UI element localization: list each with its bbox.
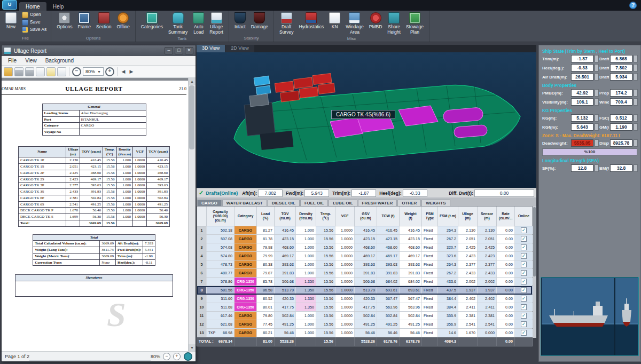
tank-tab-weights[interactable]: WEIGHTS xyxy=(421,200,450,206)
ribbon-button-hydrostatics[interactable]: Hydrostatics xyxy=(296,11,326,30)
tank-tab-cargo[interactable]: CARGO xyxy=(197,200,222,206)
table-row-1[interactable]: 1502.18CARGO81.27416.451.00015.561.00004… xyxy=(197,226,532,235)
grid-col-header-2[interactable]: Category xyxy=(234,207,257,226)
grid-col-header-14[interactable]: Sensor (m) xyxy=(478,207,497,226)
spin-button[interactable] xyxy=(595,55,599,62)
table-row-3[interactable]: 3574.08CARGO79.98468.601.00015.561.00004… xyxy=(197,243,532,252)
ribbon-button-tank-summary[interactable]: TankSummary xyxy=(166,11,190,36)
zoom-out-button[interactable]: − xyxy=(163,353,170,360)
spin-button[interactable] xyxy=(634,89,638,97)
ribbon-button-windage-area[interactable]: WindageArea xyxy=(343,11,366,36)
ribbon-button-save[interactable]: Save xyxy=(20,19,48,26)
grid-col-header-10[interactable]: Weight (t) xyxy=(400,207,422,226)
grid-col-header-1[interactable]: Capacity (%98.00) (cu.m) xyxy=(207,207,234,226)
table-row-2[interactable]: 2507.08CARGO81.78423.151.00015.561.00004… xyxy=(197,235,532,243)
ribbon-button-offline[interactable]: Offline xyxy=(114,11,132,30)
grid-scrollbar[interactable] xyxy=(533,206,536,338)
tank-tab-water-ballast[interactable]: WATER BALLAST xyxy=(222,200,267,206)
zoom-select[interactable]: 80% ▼ xyxy=(83,67,104,76)
spin-button[interactable] xyxy=(634,64,638,72)
spin-button[interactable] xyxy=(595,139,599,147)
online-checkbox[interactable]: ✓ xyxy=(521,296,527,302)
email-icon[interactable] xyxy=(46,67,56,76)
ribbon-button-stowage-plan[interactable]: StowagePlan xyxy=(403,11,426,36)
ribbon-button-shore-height[interactable]: ShoreHeight xyxy=(385,11,403,36)
ribbon-button-auto-load[interactable]: AutoLoad xyxy=(190,11,207,36)
online-checkbox[interactable]: ✓ xyxy=(521,330,527,336)
online-checkbox[interactable]: ✓ xyxy=(521,262,527,267)
ribbon-button-kn[interactable]: KN xyxy=(326,11,343,30)
scroll-up-icon[interactable]: ▲ xyxy=(189,78,196,85)
online-checkbox[interactable]: ✓ xyxy=(521,270,527,276)
ribbon-button-pmbd[interactable]: PMBD xyxy=(366,11,385,30)
prev-page-icon[interactable]: ◀ xyxy=(120,68,127,76)
tank-tab-fuel-oil[interactable]: FUEL OIL xyxy=(300,200,328,206)
spin-button[interactable] xyxy=(595,164,599,172)
floating-action-button[interactable] xyxy=(184,352,192,361)
grid-col-header-0[interactable] xyxy=(197,207,207,226)
ribbon-button-options[interactable]: Options xyxy=(54,11,75,30)
grid-scrollbar-thumb[interactable] xyxy=(533,207,536,276)
table-row-13[interactable]: 13TKP68.98CARGO80.2156.461.00015.561.000… xyxy=(197,329,532,337)
spin-button[interactable] xyxy=(634,114,638,122)
app-tab-help[interactable]: Help xyxy=(46,2,71,11)
online-checkbox[interactable]: ✓ xyxy=(521,304,527,310)
online-checkbox[interactable]: ✓ xyxy=(521,227,527,233)
online-checkbox[interactable]: ✓ xyxy=(521,244,527,250)
spin-button[interactable] xyxy=(595,114,599,122)
ribbon-button-ullage-report[interactable]: UllageReport xyxy=(207,11,226,36)
menu-background[interactable]: Background xyxy=(41,57,78,64)
menu-view[interactable]: View xyxy=(21,57,41,64)
table-row-7[interactable]: 7578.86CRG-135085.78506.681.35015.561.00… xyxy=(197,278,532,286)
grid-col-header-5[interactable]: Density (t/cu.m) xyxy=(296,207,316,226)
spin-button[interactable] xyxy=(595,123,599,131)
tank-tab-fresh-water[interactable]: FRESH WATER xyxy=(358,200,397,206)
ribbon-button-categories[interactable]: Categories xyxy=(138,11,166,30)
table-row-4[interactable]: 4574.80CARGO79.99469.171.00015.561.00004… xyxy=(197,252,532,260)
online-checkbox[interactable]: ✓ xyxy=(521,279,527,284)
online-checkbox[interactable]: ✓ xyxy=(521,313,527,319)
ribbon-button-frame[interactable]: Frame xyxy=(75,11,93,30)
export-icon[interactable] xyxy=(36,67,45,76)
view-tab-2d-view[interactable]: 2D View xyxy=(225,45,254,52)
table-row-11[interactable]: 11617.46CARGO79.80502.841.00015.561.0000… xyxy=(197,312,532,320)
ribbon-button-section[interactable]: Section xyxy=(93,11,114,30)
spin-button[interactable] xyxy=(634,73,638,81)
grid-col-header-9[interactable]: TCW (t) xyxy=(377,207,400,226)
table-row-8[interactable]: 8581.56CRG-135086.58513.791.35015.561.00… xyxy=(197,286,532,295)
view-tab-3d-view[interactable]: 3D View xyxy=(197,45,225,52)
spin-button[interactable] xyxy=(634,123,638,131)
spin-button[interactable] xyxy=(595,73,599,81)
next-page-icon[interactable]: ▶ xyxy=(128,68,135,76)
zoom-in-button[interactable]: + xyxy=(173,353,181,360)
spin-button[interactable] xyxy=(634,164,638,172)
spin-button[interactable] xyxy=(595,89,599,97)
grid-col-header-7[interactable]: VCF xyxy=(335,207,355,226)
ribbon-button-damage[interactable]: Damage xyxy=(248,11,271,30)
zoom-out-icon[interactable]: − xyxy=(72,67,81,76)
quick-print-icon[interactable] xyxy=(25,67,34,76)
online-checkbox[interactable]: ✓ xyxy=(521,236,527,242)
maximize-button[interactable]: □ xyxy=(175,47,183,54)
spin-button[interactable] xyxy=(595,98,599,106)
ribbon-button-save-as[interactable]: Save As xyxy=(20,26,48,34)
grid-col-header-6[interactable]: Temp. (°C) xyxy=(316,207,335,226)
grid-col-header-11[interactable]: FSM Type xyxy=(422,207,438,226)
ribbon-button-new[interactable]: New xyxy=(3,11,19,30)
close-button[interactable]: ✕ xyxy=(185,47,193,54)
online-checkbox[interactable]: ✓ xyxy=(521,287,527,293)
table-row-10[interactable]: 10511.68CRG-135080.01417.751.35015.561.0… xyxy=(197,303,532,312)
ribbon-button-open[interactable]: Open xyxy=(20,11,48,19)
online-checkbox[interactable]: ✓ xyxy=(521,253,527,259)
scrollbar-thumb[interactable] xyxy=(189,85,194,149)
help-icon[interactable]: ? xyxy=(629,2,637,9)
grid-col-header-15[interactable]: Rate (cu.m/... xyxy=(497,207,515,226)
report-window-titlebar[interactable]: Ullage Report – □ ✕ xyxy=(2,45,196,56)
table-row-9[interactable]: 9511.60CRG-135080.52420.351.35015.561.00… xyxy=(197,295,532,303)
scroll-down-icon[interactable]: ▼ xyxy=(189,344,196,351)
table-row-6[interactable]: 6480.77CARGO79.87391.831.00015.561.00003… xyxy=(197,269,532,278)
viewer-3d[interactable]: CARGO TK 4S(%86.6) xyxy=(197,52,536,188)
tank-tab-other[interactable]: OTHER xyxy=(397,200,421,206)
spin-button[interactable] xyxy=(634,55,638,62)
grid-col-header-13[interactable]: Ullage (m) xyxy=(458,207,478,226)
